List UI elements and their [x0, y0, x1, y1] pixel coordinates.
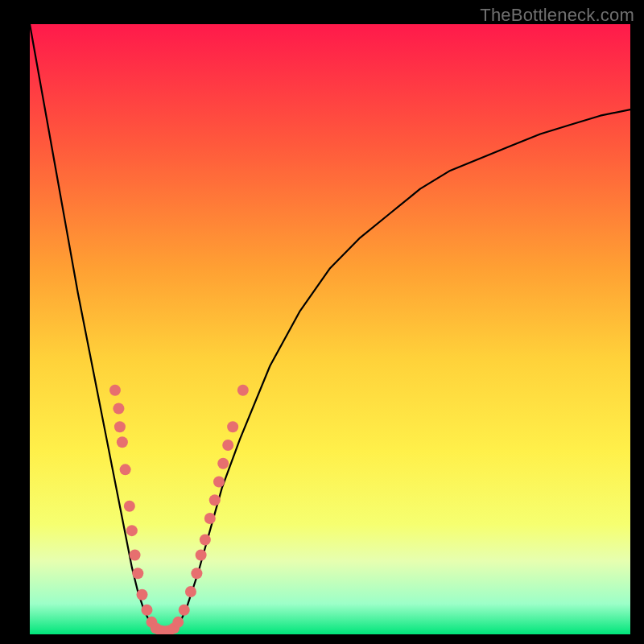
sample-point — [222, 440, 233, 451]
sample-point — [124, 501, 135, 512]
sample-point — [185, 586, 196, 597]
sample-point — [213, 477, 225, 488]
sample-point — [204, 513, 216, 524]
sample-point — [141, 605, 152, 616]
sample-point — [117, 436, 128, 448]
bottleneck-chart — [0, 0, 644, 644]
sample-point — [179, 605, 190, 616]
sample-point — [196, 549, 207, 560]
sample-point — [237, 385, 249, 396]
sample-point — [113, 403, 124, 415]
sample-point — [227, 421, 238, 432]
sample-point — [172, 617, 184, 628]
sample-point — [209, 494, 221, 506]
sample-point — [120, 464, 131, 475]
sample-point — [132, 568, 143, 579]
watermark-text: TheBottleneck.com — [480, 5, 634, 26]
sample-point — [137, 589, 148, 601]
sample-point — [191, 568, 202, 579]
sample-point — [130, 549, 141, 560]
sample-point — [200, 535, 211, 546]
sample-point — [126, 525, 138, 536]
sample-point — [217, 458, 229, 469]
chart-stage: TheBottleneck.com — [0, 0, 644, 644]
gradient-background — [30, 24, 630, 634]
sample-point — [114, 421, 126, 432]
sample-point — [109, 385, 121, 396]
